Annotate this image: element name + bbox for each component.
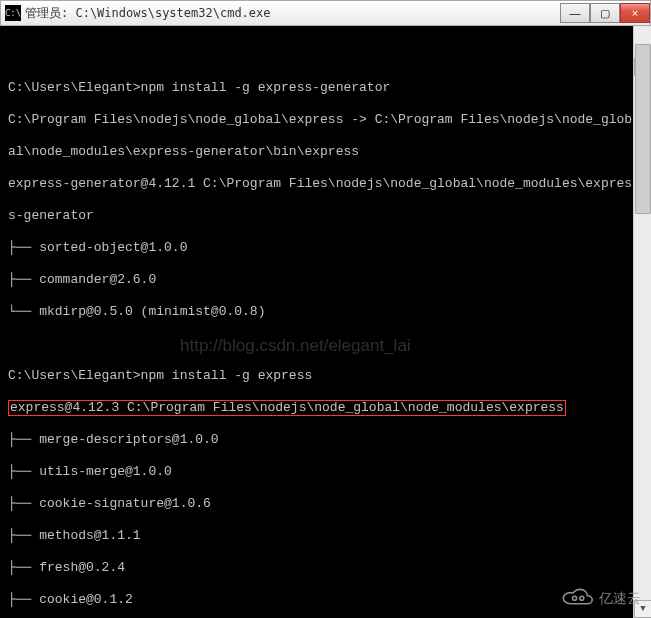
window-controls: — ▢ × [560,3,650,23]
brand-logo-icon [561,588,593,610]
output-line: express-generator@4.12.1 C:\Program File… [8,176,645,192]
output-line: C:\Program Files\nodejs\node_global\expr… [8,112,645,128]
svg-point-0 [573,596,577,600]
output-line: al\node_modules\express-generator\bin\ex… [8,144,645,160]
window-title: 管理员: C:\Windows\system32\cmd.exe [25,5,560,22]
brand-text: 亿速云 [599,590,641,608]
output-line: express@4.12.3 C:\Program Files\nodejs\n… [8,400,645,416]
dep-line: ├── fresh@0.2.4 [8,560,645,576]
titlebar: C:\ 管理员: C:\Windows\system32\cmd.exe — ▢… [0,0,651,26]
dep-line: └── mkdirp@0.5.0 (minimist@0.0.8) [8,304,645,320]
svg-point-1 [580,596,584,600]
output-line [8,336,645,352]
scroll-thumb[interactable] [635,44,651,214]
minimize-button[interactable]: — [560,3,590,23]
prompt-line: C:\Users\Elegant>npm install -g express-… [8,80,645,96]
prompt-line: C:\Users\Elegant>npm install -g express [8,368,645,384]
dep-line: ├── cookie-signature@1.0.6 [8,496,645,512]
terminal-output[interactable]: C:\Users\Elegant>npm install -g express-… [0,26,651,618]
highlighted-path: express@4.12.3 C:\Program Files\nodejs\n… [8,400,566,416]
scrollbar[interactable]: ▲ ▼ [633,26,651,618]
maximize-button[interactable]: ▢ [590,3,620,23]
dep-line: ├── commander@2.6.0 [8,272,645,288]
dep-line: ├── sorted-object@1.0.0 [8,240,645,256]
output-line: s-generator [8,208,645,224]
output-line [8,48,645,64]
brand-watermark: 亿速云 [561,588,641,610]
dep-line: ├── cookie@0.1.2 [8,592,645,608]
dep-line: ├── utils-merge@1.0.0 [8,464,645,480]
dep-line: ├── methods@1.1.1 [8,528,645,544]
dep-line: ├── merge-descriptors@1.0.0 [8,432,645,448]
cmd-icon: C:\ [5,5,21,21]
close-button[interactable]: × [620,3,650,23]
